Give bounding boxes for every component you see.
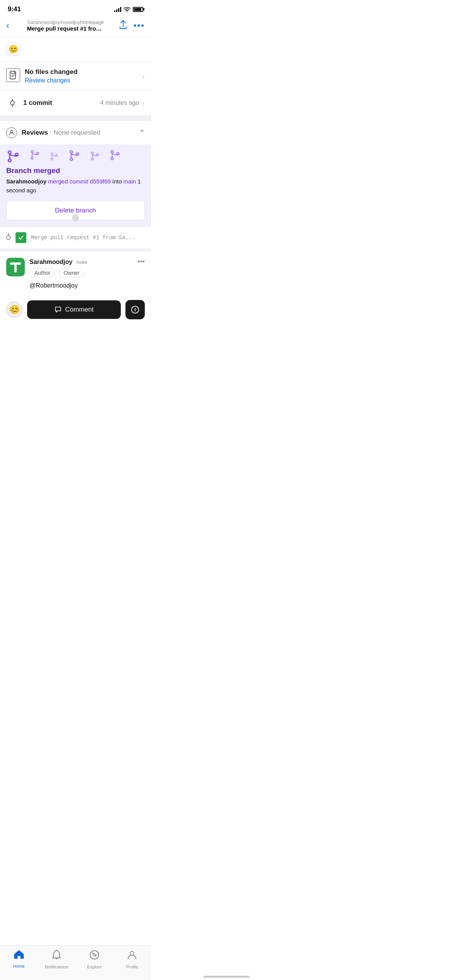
branch-username: Sarahmoodjoy	[6, 178, 46, 185]
commit-count: 1 commit	[23, 99, 100, 107]
svg-rect-26	[10, 262, 21, 265]
commenter-avatar	[6, 258, 25, 276]
git-branch-icon-2	[29, 149, 40, 160]
thumb-indicator	[72, 214, 79, 221]
section-divider-1	[0, 116, 151, 121]
more-button[interactable]: •••	[134, 21, 145, 31]
svg-rect-27	[14, 265, 17, 272]
commit-dot-icon	[6, 235, 11, 240]
author-badge: Author	[29, 268, 55, 278]
git-branch-icon-1	[6, 149, 20, 163]
merged-commit-link[interactable]: merged commit	[48, 178, 88, 185]
commenter-name-row: Sarahmoodjoy now •••	[29, 258, 145, 266]
signal-icon	[114, 7, 121, 12]
commit-time: 4 minutes ago	[100, 99, 139, 106]
commenter-timestamp: now	[77, 259, 88, 265]
branch-merged-title: Branch merged	[0, 163, 151, 176]
svg-point-3	[10, 101, 14, 105]
reviews-label: Reviews	[22, 129, 48, 136]
reviews-icon	[6, 127, 17, 138]
git-branch-icon-5	[90, 151, 100, 161]
files-icon	[6, 68, 20, 82]
svg-point-0	[127, 11, 127, 12]
git-branch-icon-4	[68, 149, 81, 162]
commit-row[interactable]: 1 commit 4 minutes ago ›	[0, 91, 151, 116]
commit-hash-link[interactable]: d559f69	[90, 178, 111, 185]
commenter-name: Sarahmoodjoy	[29, 259, 72, 265]
svg-point-2	[11, 72, 12, 74]
emoji-reaction-button[interactable]: 😊	[6, 302, 22, 318]
emoji-face-icon[interactable]: 😊	[6, 42, 20, 56]
comment-icon	[54, 306, 62, 314]
nav-title-block: Sarahmoodjoy/moodjoyhomepage Merge pull …	[12, 19, 119, 32]
reviews-row[interactable]: Reviews · None requested ⌃	[0, 121, 151, 145]
battery-icon	[133, 7, 143, 12]
branch-main-link[interactable]: main	[124, 178, 136, 185]
nav-title: Merge pull request #1 from Sarah...	[27, 25, 104, 32]
info-button[interactable]	[125, 300, 145, 319]
git-branch-icon-6	[109, 149, 121, 161]
owner-badge: Owner	[58, 268, 84, 278]
nav-subtitle: Sarahmoodjoy/moodjoyhomepage	[27, 19, 104, 25]
wifi-icon	[124, 7, 130, 12]
bottom-action-bar: 😊 Comment	[0, 295, 151, 322]
reviews-text: Reviews · None requested	[22, 129, 139, 137]
branch-into: into	[112, 178, 123, 185]
svg-point-6	[10, 130, 13, 133]
commit-chevron-icon: ›	[142, 99, 145, 108]
branch-merged-desc: Sarahmoodjoy merged commit d559f69 into …	[0, 176, 151, 199]
nav-bar: ‹ Sarahmoodjoy/moodjoyhomepage Merge pul…	[0, 16, 151, 37]
comment-section: Sarahmoodjoy now ••• Author Owner @Rober…	[0, 248, 151, 295]
files-chevron-icon: ›	[142, 72, 145, 81]
back-button[interactable]: ‹	[6, 19, 12, 32]
files-changed-title: No files changed	[25, 68, 142, 76]
git-branch-icon-3	[50, 152, 59, 161]
commenter-more-button[interactable]: •••	[137, 258, 145, 266]
review-changes-link[interactable]: Review changes	[25, 77, 70, 84]
comment-button[interactable]: Comment	[27, 300, 121, 319]
commit-line-row[interactable]: Merge pull request #1 from Sa...	[0, 226, 151, 248]
commit-message: Merge pull request #1 from Sa...	[31, 235, 135, 241]
delete-branch-button[interactable]: Delete branch	[6, 201, 145, 220]
comment-mention: @Robertmoodjoy	[29, 282, 145, 289]
files-text: No files changed Review changes	[25, 68, 142, 84]
files-changed-row: No files changed Review changes ›	[0, 62, 151, 91]
reviews-collapse-icon[interactable]: ⌃	[139, 128, 145, 137]
branch-icons-row	[0, 145, 151, 163]
commenter-info: Sarahmoodjoy now ••• Author Owner	[29, 258, 145, 278]
nav-actions: •••	[119, 20, 145, 32]
reviews-sub: · None requested	[48, 129, 100, 136]
status-icons	[114, 7, 143, 12]
commit-icon	[6, 97, 19, 109]
branch-merged-section: Branch merged Sarahmoodjoy merged commit…	[0, 145, 151, 226]
share-button[interactable]	[119, 20, 127, 32]
info-icon	[131, 305, 139, 314]
emoji-row[interactable]: 😊	[0, 37, 151, 62]
commenter-row: Sarahmoodjoy now ••• Author Owner	[6, 258, 145, 278]
status-bar: 9:41	[0, 0, 151, 16]
status-time: 9:41	[8, 5, 21, 13]
badges-row: Author Owner	[29, 268, 145, 278]
commit-action-icon	[15, 232, 26, 243]
